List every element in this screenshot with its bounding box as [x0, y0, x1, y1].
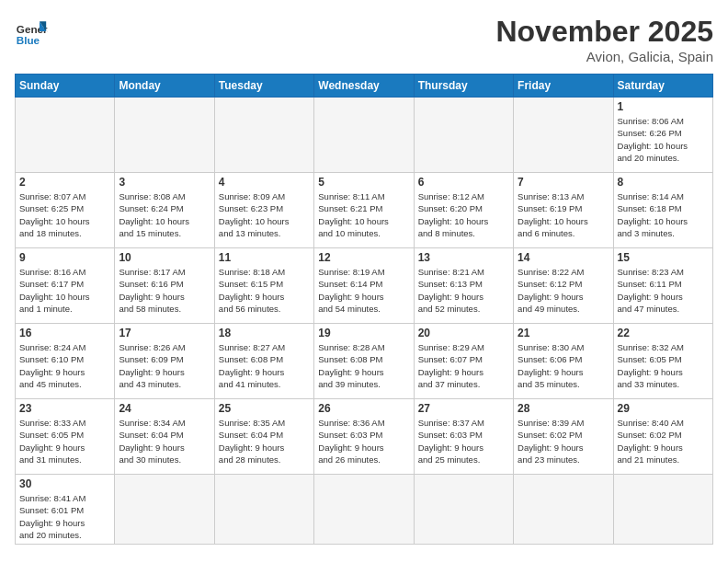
calendar-day-cell: 10Sunrise: 8:17 AM Sunset: 6:16 PM Dayli…	[115, 248, 214, 324]
day-number: 13	[418, 251, 509, 264]
calendar-day-cell: 28Sunrise: 8:39 AM Sunset: 6:02 PM Dayli…	[514, 399, 613, 475]
day-info: Sunrise: 8:39 AM Sunset: 6:02 PM Dayligh…	[518, 417, 609, 465]
day-number: 24	[119, 402, 210, 415]
calendar-header-wednesday: Wednesday	[314, 75, 414, 98]
calendar-day-cell	[414, 475, 513, 545]
day-number: 12	[318, 251, 409, 264]
calendar-header-monday: Monday	[115, 75, 214, 98]
day-info: Sunrise: 8:12 AM Sunset: 6:20 PM Dayligh…	[418, 190, 509, 239]
calendar-day-cell: 29Sunrise: 8:40 AM Sunset: 6:02 PM Dayli…	[613, 399, 712, 475]
logo: General Blue	[15, 15, 48, 48]
day-info: Sunrise: 8:22 AM Sunset: 6:12 PM Dayligh…	[518, 266, 609, 315]
day-number: 1	[618, 100, 709, 113]
month-title: November 2025	[495, 15, 713, 49]
day-number: 16	[19, 327, 110, 339]
day-info: Sunrise: 8:13 AM Sunset: 6:19 PM Dayligh…	[518, 190, 609, 239]
calendar-header-saturday: Saturday	[613, 75, 712, 98]
calendar-day-cell: 26Sunrise: 8:36 AM Sunset: 6:03 PM Dayli…	[314, 399, 414, 475]
calendar-header-row: SundayMondayTuesdayWednesdayThursdayFrid…	[16, 75, 713, 98]
day-number: 22	[618, 327, 709, 339]
calendar-day-cell: 13Sunrise: 8:21 AM Sunset: 6:13 PM Dayli…	[414, 248, 513, 324]
day-info: Sunrise: 8:06 AM Sunset: 6:26 PM Dayligh…	[618, 115, 709, 164]
day-info: Sunrise: 8:40 AM Sunset: 6:02 PM Dayligh…	[618, 417, 709, 465]
calendar-day-cell: 19Sunrise: 8:28 AM Sunset: 6:08 PM Dayli…	[314, 324, 414, 399]
day-number: 11	[219, 251, 310, 264]
day-info: Sunrise: 8:21 AM Sunset: 6:13 PM Dayligh…	[418, 266, 509, 315]
calendar-day-cell: 25Sunrise: 8:35 AM Sunset: 6:04 PM Dayli…	[214, 399, 313, 475]
calendar-day-cell	[514, 475, 613, 545]
calendar-day-cell: 17Sunrise: 8:26 AM Sunset: 6:09 PM Dayli…	[115, 324, 214, 399]
calendar-header-thursday: Thursday	[414, 75, 513, 98]
calendar-week-row: 30Sunrise: 8:41 AM Sunset: 6:01 PM Dayli…	[16, 475, 713, 545]
day-number: 5	[318, 176, 409, 189]
day-info: Sunrise: 8:41 AM Sunset: 6:01 PM Dayligh…	[19, 492, 110, 541]
day-number: 6	[418, 176, 509, 189]
day-number: 26	[318, 402, 409, 415]
calendar-day-cell	[414, 98, 513, 173]
day-info: Sunrise: 8:17 AM Sunset: 6:16 PM Dayligh…	[119, 266, 210, 315]
day-number: 30	[19, 477, 110, 490]
calendar-day-cell: 14Sunrise: 8:22 AM Sunset: 6:12 PM Dayli…	[514, 248, 613, 324]
day-info: Sunrise: 8:30 AM Sunset: 6:06 PM Dayligh…	[518, 341, 609, 390]
day-info: Sunrise: 8:29 AM Sunset: 6:07 PM Dayligh…	[418, 341, 509, 390]
calendar-table: SundayMondayTuesdayWednesdayThursdayFrid…	[15, 74, 713, 545]
calendar-week-row: 23Sunrise: 8:33 AM Sunset: 6:05 PM Dayli…	[16, 399, 713, 475]
calendar-day-cell	[613, 475, 712, 545]
calendar-day-cell: 27Sunrise: 8:37 AM Sunset: 6:03 PM Dayli…	[414, 399, 513, 475]
day-info: Sunrise: 8:14 AM Sunset: 6:18 PM Dayligh…	[618, 190, 709, 239]
location: Avion, Galicia, Spain	[495, 49, 713, 64]
day-info: Sunrise: 8:33 AM Sunset: 6:05 PM Dayligh…	[19, 417, 110, 465]
title-area: November 2025 Avion, Galicia, Spain	[495, 15, 713, 64]
day-number: 20	[418, 327, 509, 339]
calendar-day-cell	[514, 98, 613, 173]
day-number: 21	[518, 327, 609, 339]
day-number: 18	[219, 327, 310, 339]
day-number: 10	[119, 251, 210, 264]
day-number: 25	[219, 402, 310, 415]
calendar-week-row: 2Sunrise: 8:07 AM Sunset: 6:25 PM Daylig…	[16, 173, 713, 248]
day-number: 2	[19, 176, 110, 189]
day-info: Sunrise: 8:37 AM Sunset: 6:03 PM Dayligh…	[418, 417, 509, 465]
calendar-day-cell: 9Sunrise: 8:16 AM Sunset: 6:17 PM Daylig…	[16, 248, 115, 324]
calendar-week-row: 9Sunrise: 8:16 AM Sunset: 6:17 PM Daylig…	[16, 248, 713, 324]
day-info: Sunrise: 8:18 AM Sunset: 6:15 PM Dayligh…	[219, 266, 310, 315]
calendar-day-cell: 20Sunrise: 8:29 AM Sunset: 6:07 PM Dayli…	[414, 324, 513, 399]
calendar-day-cell	[214, 475, 313, 545]
calendar-day-cell: 8Sunrise: 8:14 AM Sunset: 6:18 PM Daylig…	[613, 173, 712, 248]
day-info: Sunrise: 8:35 AM Sunset: 6:04 PM Dayligh…	[219, 417, 310, 465]
calendar-day-cell	[214, 98, 313, 173]
day-info: Sunrise: 8:16 AM Sunset: 6:17 PM Dayligh…	[19, 266, 110, 315]
calendar-day-cell: 2Sunrise: 8:07 AM Sunset: 6:25 PM Daylig…	[16, 173, 115, 248]
calendar-day-cell: 22Sunrise: 8:32 AM Sunset: 6:05 PM Dayli…	[613, 324, 712, 399]
day-number: 17	[119, 327, 210, 339]
calendar-day-cell: 16Sunrise: 8:24 AM Sunset: 6:10 PM Dayli…	[16, 324, 115, 399]
calendar-day-cell: 18Sunrise: 8:27 AM Sunset: 6:08 PM Dayli…	[214, 324, 313, 399]
calendar-day-cell	[115, 98, 214, 173]
day-info: Sunrise: 8:11 AM Sunset: 6:21 PM Dayligh…	[318, 190, 409, 239]
day-info: Sunrise: 8:32 AM Sunset: 6:05 PM Dayligh…	[618, 341, 709, 390]
calendar-day-cell: 23Sunrise: 8:33 AM Sunset: 6:05 PM Dayli…	[16, 399, 115, 475]
day-number: 28	[518, 402, 609, 415]
day-number: 27	[418, 402, 509, 415]
calendar-week-row: 1Sunrise: 8:06 AM Sunset: 6:26 PM Daylig…	[16, 98, 713, 173]
day-number: 29	[618, 402, 709, 415]
calendar-day-cell: 15Sunrise: 8:23 AM Sunset: 6:11 PM Dayli…	[613, 248, 712, 324]
day-number: 4	[219, 176, 310, 189]
day-info: Sunrise: 8:23 AM Sunset: 6:11 PM Dayligh…	[618, 266, 709, 315]
day-info: Sunrise: 8:19 AM Sunset: 6:14 PM Dayligh…	[318, 266, 409, 315]
day-number: 23	[19, 402, 110, 415]
logo-icon: General Blue	[15, 15, 48, 48]
calendar-day-cell	[314, 475, 414, 545]
calendar-day-cell: 24Sunrise: 8:34 AM Sunset: 6:04 PM Dayli…	[115, 399, 214, 475]
calendar-day-cell	[115, 475, 214, 545]
day-number: 15	[618, 251, 709, 264]
day-number: 19	[318, 327, 409, 339]
calendar-day-cell: 7Sunrise: 8:13 AM Sunset: 6:19 PM Daylig…	[514, 173, 613, 248]
calendar-day-cell: 4Sunrise: 8:09 AM Sunset: 6:23 PM Daylig…	[214, 173, 313, 248]
page-header: General Blue November 2025 Avion, Galici…	[15, 15, 713, 64]
day-number: 9	[19, 251, 110, 264]
calendar-header-friday: Friday	[514, 75, 613, 98]
calendar-day-cell: 12Sunrise: 8:19 AM Sunset: 6:14 PM Dayli…	[314, 248, 414, 324]
day-number: 7	[518, 176, 609, 189]
day-info: Sunrise: 8:08 AM Sunset: 6:24 PM Dayligh…	[119, 190, 210, 239]
